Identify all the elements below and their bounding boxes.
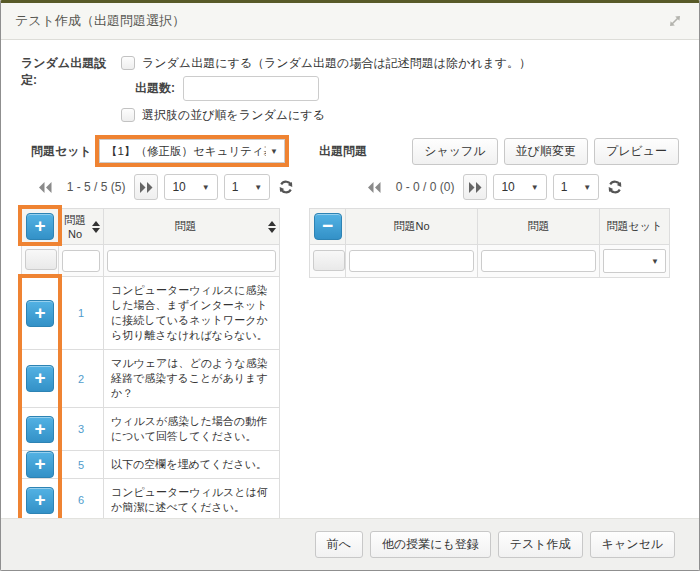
random-settings-label: ランダム出題設定:	[21, 53, 121, 125]
left-header-question-label: 問題	[107, 219, 264, 234]
cancel-button[interactable]: キャンセル	[590, 531, 675, 558]
right-header-question: 問題	[478, 209, 600, 245]
add-question-button[interactable]: +	[26, 365, 54, 392]
minus-icon: −	[322, 216, 333, 235]
plus-icon: +	[34, 490, 45, 509]
question-no-link[interactable]: 1	[78, 307, 84, 319]
right-page-value: 1	[561, 180, 568, 194]
add-all-button[interactable]: +	[26, 213, 54, 240]
question-no-link[interactable]: 5	[78, 459, 84, 471]
left-filter-question-cell	[104, 245, 280, 277]
caret-down-icon: ▼	[250, 183, 262, 192]
right-filter-question-cell	[478, 245, 600, 278]
selected-questions-table: − 問題No 問題 問題セット ▼	[309, 208, 670, 278]
add-question-button[interactable]: +	[26, 451, 54, 478]
dialog-title: テスト作成（出題問題選択）	[15, 12, 185, 30]
question-set-select[interactable]: 【1】（修正版）セキュリティ基礎知識 ▼	[99, 139, 285, 163]
right-filter-set-select[interactable]: ▼	[603, 249, 666, 273]
caret-down-icon: ▼	[647, 257, 659, 266]
left-filter-question-input[interactable]	[107, 250, 276, 272]
question-row: + 1 コンピューターウィルスに感染した場合、まずインターネットに接続しているネ…	[22, 277, 280, 350]
left-pagination: 1 - 5 / 5 (5) 10 ▼ 1 ▼	[21, 174, 309, 200]
right-page-select[interactable]: 1 ▼	[553, 174, 600, 200]
preview-button[interactable]: プレビュー	[594, 138, 679, 165]
left-page-size-select[interactable]: 10 ▼	[164, 174, 217, 200]
dialog-header: テスト作成（出題問題選択）	[1, 3, 699, 40]
right-filter-set-cell: ▼	[600, 245, 670, 278]
shuffle-choices-checkbox-label: 選択肢の並び順をランダムにする	[142, 107, 325, 124]
right-prev-page-button[interactable]	[363, 174, 387, 200]
left-filter-no-input[interactable]	[62, 250, 100, 272]
tables-section: + 問題No 問題	[21, 208, 679, 518]
right-refresh-button[interactable]	[605, 177, 625, 197]
plus-icon: +	[34, 419, 45, 438]
reorder-button[interactable]: 並び順変更	[504, 138, 588, 165]
dialog-footer: 前へ 他の授業にも登録 テスト作成 キャンセル	[1, 518, 699, 570]
random-settings-fields: ランダム出題にする（ランダム出題の場合は記述問題は除かれます。） 出題数: 選択…	[121, 53, 531, 125]
caret-down-icon: ▼	[198, 183, 210, 192]
create-test-button[interactable]: テスト作成	[498, 531, 583, 558]
left-header-no[interactable]: 問題No	[59, 209, 104, 245]
dialog-body: ランダム出題設定: ランダム出題にする（ランダム出題の場合は記述問題は除かれます…	[1, 40, 699, 518]
left-page-range-label: 1 - 5 / 5 (5)	[64, 180, 129, 194]
panels-header: 問題セット 【1】（修正版）セキュリティ基礎知識 ▼ 出題問題 シャッフル 並び…	[21, 135, 679, 167]
right-filter-action-cell	[310, 245, 346, 278]
question-count-input[interactable]	[183, 76, 319, 101]
question-set-label: 問題セット	[31, 143, 95, 160]
add-question-button[interactable]: +	[26, 300, 54, 327]
left-filter-action-button[interactable]	[25, 249, 57, 270]
right-page-size-select[interactable]: 10 ▼	[493, 174, 546, 200]
question-row: + 3 ウィルスが感染した場合の動作について回答してください。	[22, 408, 280, 451]
right-pagination: 0 - 0 / 0 (0) 10 ▼ 1 ▼	[309, 174, 679, 200]
add-all-header-cell: +	[22, 209, 59, 245]
back-button[interactable]: 前へ	[315, 531, 363, 558]
remove-all-header-cell: −	[310, 209, 346, 245]
add-question-button[interactable]: +	[26, 416, 54, 443]
shuffle-choices-checkbox[interactable]	[121, 108, 135, 122]
question-no-link[interactable]: 3	[78, 423, 84, 435]
highlight-question-set: 【1】（修正版）セキュリティ基礎知識 ▼	[95, 135, 289, 167]
selected-questions-panel: − 問題No 問題 問題セット ▼	[309, 208, 670, 278]
question-no-link[interactable]: 2	[78, 373, 84, 385]
register-other-classes-button[interactable]: 他の授業にも登録	[370, 531, 491, 558]
right-page-size-value: 10	[501, 180, 514, 194]
random-settings-section: ランダム出題設定: ランダム出題にする（ランダム出題の場合は記述問題は除かれます…	[21, 53, 679, 125]
right-header-no: 問題No	[346, 209, 478, 245]
question-row: + 2 マルウェアは、どのような感染経路で感染することがありますか？	[22, 350, 280, 408]
left-page-value: 1	[232, 180, 239, 194]
question-text: マルウェアは、どのような感染経路で感染することがありますか？	[104, 350, 280, 408]
sort-icon[interactable]	[268, 221, 276, 233]
question-no-link[interactable]: 6	[78, 494, 84, 506]
right-next-page-button[interactable]	[463, 174, 487, 200]
shuffle-button[interactable]: シャッフル	[412, 138, 497, 165]
random-output-checkbox-label: ランダム出題にする（ランダム出題の場合は記述問題は除かれます。）	[142, 55, 531, 72]
available-questions-panel: + 問題No 問題	[21, 208, 279, 518]
caret-down-icon: ▼	[527, 183, 539, 192]
left-page-size-value: 10	[172, 180, 185, 194]
right-header-set: 問題セット	[600, 209, 670, 245]
question-text: ウィルスが感染した場合の動作について回答してください。	[104, 408, 280, 451]
left-filter-action-cell	[22, 245, 59, 277]
right-filter-question-input[interactable]	[481, 250, 596, 272]
sort-icon[interactable]	[92, 221, 100, 233]
remove-all-button[interactable]: −	[314, 213, 342, 240]
caret-down-icon: ▼	[266, 147, 278, 156]
question-text: コンピューターウィルスに感染した場合、まずインターネットに接続しているネットワー…	[104, 277, 280, 350]
plus-icon: +	[34, 303, 45, 322]
right-filter-action-button[interactable]	[313, 250, 345, 271]
right-filter-no-cell	[346, 245, 478, 278]
left-next-page-button[interactable]	[134, 174, 158, 200]
left-prev-page-button[interactable]	[34, 174, 58, 200]
expand-icon[interactable]	[665, 11, 685, 31]
left-page-select[interactable]: 1 ▼	[224, 174, 271, 200]
random-output-checkbox[interactable]	[121, 56, 135, 70]
pagination-row: 1 - 5 / 5 (5) 10 ▼ 1 ▼	[21, 171, 679, 203]
right-filter-no-input[interactable]	[349, 250, 474, 272]
left-header-question[interactable]: 問題	[104, 209, 280, 245]
available-questions-table: + 問題No 問題	[21, 208, 280, 518]
plus-icon: +	[34, 454, 45, 473]
question-row: + 6 コンピューターウィルスとは何か簡潔に述べてください。	[22, 479, 280, 519]
question-set-selected-value: 【1】（修正版）セキュリティ基礎知識	[106, 144, 266, 159]
add-question-button[interactable]: +	[26, 487, 54, 514]
left-refresh-button[interactable]	[276, 177, 296, 197]
